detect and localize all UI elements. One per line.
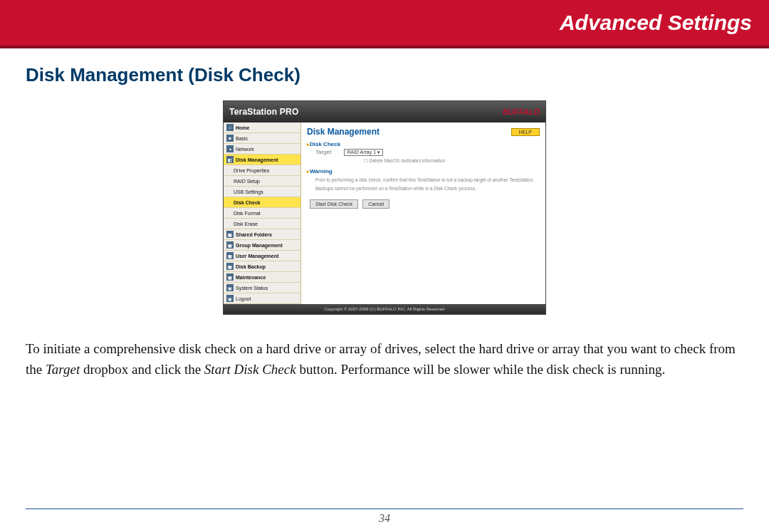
sidebar-item[interactable]: RAID Setup <box>224 176 300 187</box>
product-logo: TeraStation PRO <box>229 107 298 117</box>
sidebar-item[interactable]: ▣Maintenance <box>224 272 300 283</box>
sidebar-item[interactable]: USB Settings <box>224 187 300 197</box>
sidebar-item[interactable]: ⌂Home <box>224 122 300 133</box>
sidebar-item[interactable]: Disk Check <box>224 197 300 208</box>
sidebar-item-label: Disk Backup <box>236 264 266 269</box>
sidebar-item[interactable]: ▣User Management <box>224 251 300 261</box>
ss-content: Disk Management HELP Disk Check Target R… <box>301 122 545 304</box>
caption-paragraph: To initiate a comprehensive disk check o… <box>0 322 769 380</box>
nav-icon: ▣ <box>226 231 234 238</box>
sidebar-item[interactable]: Disk Erase <box>224 219 300 229</box>
sidebar-item-label: Disk Check <box>234 200 261 205</box>
sidebar-item-label: User Management <box>236 254 278 259</box>
sidebar-item-label: Basic <box>236 136 248 141</box>
sidebar-item-label: Disk Format <box>234 211 261 216</box>
footer-rule <box>26 508 743 509</box>
banner-title: Advanced Settings <box>560 11 752 35</box>
sidebar-item-label: RAID Setup <box>234 179 260 184</box>
nav-icon: ◧ <box>226 156 234 163</box>
sidebar-item[interactable]: Drive Properties <box>224 165 300 176</box>
nav-icon: ▣ <box>226 241 234 249</box>
brand-logo: BUFFALO <box>503 108 540 116</box>
caption-italic-target: Target <box>46 362 80 377</box>
target-select[interactable]: RAID Array 1 ▾ <box>344 149 383 156</box>
page-number: 34 <box>0 512 769 525</box>
target-label: Target <box>315 149 331 156</box>
subhead-warning: Warning <box>307 168 540 174</box>
warning-text-1: Prior to performing a disk check, confir… <box>315 177 540 183</box>
sidebar-item[interactable]: ▣Logout <box>224 293 300 304</box>
sidebar-item[interactable]: ▣Shared Folders <box>224 229 300 240</box>
caption-italic-start: Start Disk Check <box>204 362 296 377</box>
sidebar-item-label: Shared Folders <box>236 232 272 237</box>
ss-header: TeraStation PRO BUFFALO <box>224 101 545 122</box>
nav-icon: ■ <box>226 135 234 142</box>
caption-text: button. Performance will be slower while… <box>296 362 666 377</box>
sidebar-item-label: System Status <box>236 286 268 291</box>
sidebar-item-label: Group Management <box>236 243 283 248</box>
sidebar-item-label: Drive Properties <box>234 168 269 173</box>
nav-icon: ▣ <box>226 284 234 291</box>
nav-icon: ⌂ <box>226 124 234 131</box>
content-title: Disk Management <box>307 127 380 137</box>
section-title: Disk Management (Disk Check) <box>0 48 769 96</box>
sidebar-item[interactable]: ▣System Status <box>224 283 300 293</box>
sidebar-item[interactable]: ▣Disk Backup <box>224 261 300 272</box>
sidebar-item-label: Home <box>236 125 249 130</box>
sidebar-item[interactable]: ■Basic <box>224 133 300 144</box>
sidebar-item-label: Maintenance <box>236 275 266 280</box>
sidebar-item-label: Logout <box>236 296 251 301</box>
nav-icon: ▣ <box>226 273 234 281</box>
chapter-banner: Advanced Settings <box>0 0 769 48</box>
checkbox-label: Delete MacOS dedicated information <box>370 158 445 163</box>
warning-text-2: Backups cannot be performed on a TeraSta… <box>315 186 540 192</box>
ss-footer: Copyright © 2007-2008 (C) BUFFALO INC. A… <box>224 304 545 314</box>
screenshot-panel: TeraStation PRO BUFFALO ⌂Home■Basic✦Netw… <box>223 100 546 315</box>
start-disk-check-button[interactable]: Start Disk Check <box>310 199 358 209</box>
ss-sidebar: ⌂Home■Basic✦Network◧Disk ManagementDrive… <box>224 122 301 304</box>
cancel-button[interactable]: Cancel <box>362 199 389 209</box>
checkbox-icon[interactable]: ☐ <box>364 158 370 163</box>
nav-icon: ▣ <box>226 252 234 259</box>
nav-icon: ▣ <box>226 295 234 302</box>
nav-icon: ▣ <box>226 263 234 270</box>
sidebar-item[interactable]: ◧Disk Management <box>224 155 300 165</box>
help-button[interactable]: HELP <box>511 128 540 136</box>
sidebar-item[interactable]: Disk Format <box>224 208 300 219</box>
sidebar-item-label: USB Settings <box>234 189 263 194</box>
sidebar-item-label: Disk Management <box>236 157 278 162</box>
subhead-disk-check: Disk Check <box>307 141 540 147</box>
sidebar-item[interactable]: ▣Group Management <box>224 240 300 251</box>
nav-icon: ✦ <box>226 145 234 152</box>
sidebar-item[interactable]: ✦Network <box>224 144 300 155</box>
page-footer: 34 <box>0 508 769 525</box>
sidebar-item-label: Network <box>236 147 254 152</box>
sidebar-item-label: Disk Erase <box>234 221 258 226</box>
caption-text: dropbox and click the <box>80 362 204 377</box>
